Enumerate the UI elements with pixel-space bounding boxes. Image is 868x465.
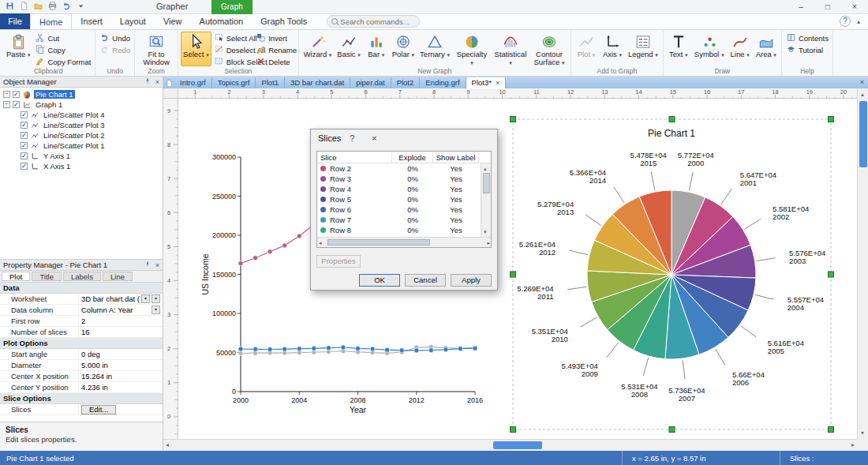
tree-item-pie-chart-1[interactable]: Pie Chart 1 [0,89,163,99]
dialog-hscroll-thumb[interactable] [327,239,430,246]
property-value[interactable]: 3D bar chart.dat (C:\Progra...▾▾ [79,294,163,304]
property-value[interactable]: 5.000 in [79,360,163,370]
explode-value[interactable]: 0% [392,184,433,194]
fit-to-window-button[interactable]: Fit to Window [137,32,175,66]
tutorial-button[interactable]: Tutorial [784,44,830,55]
explode-value[interactable]: 0% [392,163,433,174]
qa-open-button[interactable] [32,1,44,13]
redo-button[interactable]: Redo [98,44,132,55]
dialog-close-icon[interactable]: × [363,129,385,147]
property-value[interactable]: 4.236 in [79,382,163,392]
delete-button[interactable]: Delete [254,56,295,67]
qa-print-button[interactable] [46,1,58,13]
tab-home[interactable]: Home [30,13,72,29]
pm-tab-plot[interactable]: Plot [2,272,30,281]
scroll-down-icon[interactable]: ▾ [861,428,864,438]
tree-item-line-scatter-plot-4[interactable]: Line/Scatter Plot 4 [0,110,163,120]
drawing-canvas[interactable]: 0500001000001500002000002500003000002000… [178,99,857,439]
undo-button[interactable]: Undo [98,32,132,43]
dropdown-icon[interactable]: ▾ [141,294,150,303]
select-all-button[interactable]: Select All [212,32,253,43]
axis-button[interactable]: Axis ▾ [600,32,625,66]
horizontal-scroll-thumb[interactable] [493,441,542,449]
expand-icon[interactable] [3,101,10,108]
property-value[interactable]: 0 deg [79,349,163,359]
property-manager-close-icon[interactable]: × [155,261,159,269]
text-button[interactable]: Text ▾ [666,32,691,66]
tab-graph-tools[interactable]: Graph Tools [252,13,316,29]
pm-tab-labels[interactable]: Labels [63,272,101,281]
show-label-value[interactable]: Yes [433,225,479,235]
qa-save-button[interactable] [3,1,16,13]
legend-button[interactable]: Legend ▾ [626,32,660,66]
polar-button[interactable]: Polar ▾ [390,32,417,66]
dialog-horizontal-scrollbar[interactable]: ◂ ▸ [317,237,492,247]
symbol-button[interactable]: Symbol ▾ [692,32,727,66]
maximize-button[interactable]: □ [814,0,841,14]
checkbox-checked-icon[interactable] [21,163,28,170]
contents-button[interactable]: Contents [784,32,830,43]
edit-slices-button[interactable]: Edit... [81,405,116,414]
checkbox-checked-icon[interactable] [21,111,28,118]
property-value[interactable]: 16 [79,327,163,337]
tree-item-line-scatter-plot-2[interactable]: Line/Scatter Plot 2 [0,130,163,141]
scroll-down-icon[interactable]: ▾ [484,227,487,237]
pm-tab-title[interactable]: Title [32,272,62,281]
context-tab-graph[interactable]: Graph [211,0,253,14]
explode-value[interactable]: 0% [392,225,433,235]
horizontal-scrollbar[interactable]: ◂ ▸ [163,439,857,451]
doc-tab-ending-grf[interactable]: Ending.grf [420,77,466,88]
tab-file[interactable]: File [0,13,30,29]
show-label-value[interactable]: Yes [433,163,479,174]
explode-value[interactable]: 0% [392,204,433,215]
dialog-help-icon[interactable]: ? [341,129,363,147]
line-button[interactable]: Line ▾ [728,32,753,66]
scroll-right-icon[interactable]: ▸ [851,440,855,450]
rename-button[interactable]: Rename [254,44,295,55]
explode-value[interactable]: 0% [392,194,433,204]
property-value[interactable]: Edit... [79,405,163,414]
checkbox-checked-icon[interactable] [21,152,28,159]
section-header-data[interactable]: Data [0,283,163,294]
ok-button[interactable]: OK [359,274,400,287]
scroll-right-icon[interactable]: ▸ [487,238,490,248]
dialog-titlebar[interactable]: Slices ? × [311,129,497,147]
slice-row-row-7[interactable]: Row 70%Yes [317,215,491,225]
slices-dialog[interactable]: Slices ? × Slice Explode Show Label Row … [310,129,498,291]
property-value[interactable]: Column A: Year▾ [79,305,163,315]
checkbox-checked-icon[interactable] [21,132,28,139]
wizard-button[interactable]: Wizard ▾ [301,32,335,66]
tab-close-icon[interactable]: × [496,80,499,87]
section-header-slice-options[interactable]: Slice Options [0,393,163,404]
doc-tab-3d-bar-chart-dat[interactable]: 3D bar chart.dat [285,77,350,88]
checkbox-checked-icon[interactable] [21,142,28,149]
paste-button[interactable]: Paste ▾ [4,32,32,66]
search-input[interactable] [340,17,413,26]
section-header-plot-options[interactable]: Plot Options [0,338,163,349]
basic-button[interactable]: Basic ▾ [335,32,362,66]
property-value[interactable]: 15.264 in [79,371,163,381]
doc-tab-topics-grf[interactable]: Topics.grf [212,77,256,88]
plot-button[interactable]: Plot ▾ [574,32,599,66]
doc-tab-piper-dat[interactable]: piper.dat [350,77,391,88]
browse-icon[interactable]: ▾ [152,294,160,303]
tab-layout[interactable]: Layout [111,13,155,29]
apply-button[interactable]: Apply [451,274,492,287]
expand-icon[interactable] [3,91,10,98]
command-search[interactable] [327,15,420,28]
close-button[interactable]: × [841,0,868,14]
vertical-scrollbar[interactable]: ▴ ▾ [857,88,868,439]
doc-tab-plot3[interactable]: Plot3*× [466,77,507,88]
explode-value[interactable]: 0% [392,215,433,225]
copy-format-button[interactable]: Copy Format [33,56,92,67]
checkbox-checked-icon[interactable] [13,101,20,108]
cut-button[interactable]: Cut [33,32,92,43]
qa-customize-button[interactable] [74,1,87,13]
pin-icon[interactable] [144,77,152,87]
tree-item-line-scatter-plot-3[interactable]: Line/Scatter Plot 3 [0,120,163,130]
qa-new-button[interactable] [17,1,30,13]
properties-button[interactable]: Properties [316,255,361,268]
scroll-left-icon[interactable]: ◂ [319,238,322,248]
slice-row-row-2[interactable]: Row 20%Yes [317,163,491,174]
deselect-all-button[interactable]: Deselect All [212,44,253,55]
